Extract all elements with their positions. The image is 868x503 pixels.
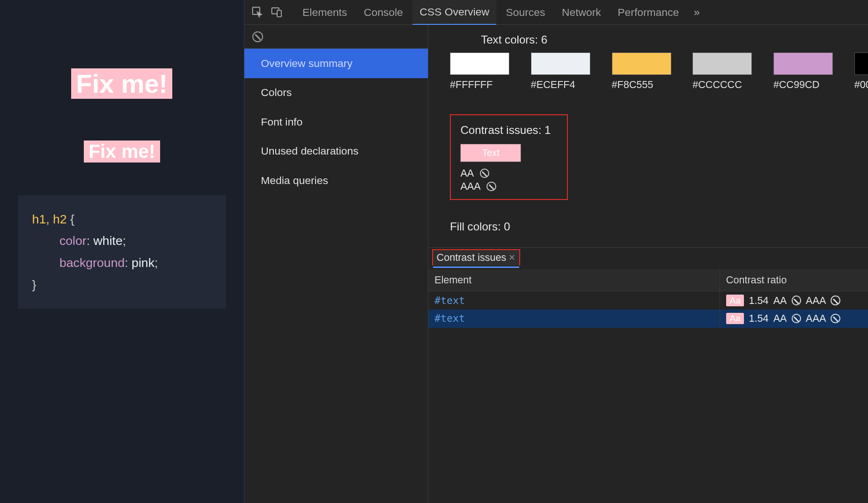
tab-network[interactable]: Network (555, 0, 608, 25)
more-tabs-icon[interactable]: » (689, 4, 706, 21)
clear-overview-icon[interactable] (244, 25, 428, 49)
sidebar-item-colors[interactable]: Colors (244, 78, 428, 108)
fail-icon (792, 296, 801, 305)
page-h1: Fix me! (71, 68, 172, 99)
code-prop-2: background (59, 256, 125, 270)
table-row[interactable]: #text Aa 1.54 AA AAA (428, 310, 868, 328)
contrast-aaa-label: AAA (460, 180, 480, 193)
swatch-5[interactable]: #CC99CD (773, 52, 833, 91)
css-overview-sidebar: Overview summary Colors Font info Unused… (244, 25, 429, 503)
element-link[interactable]: #text (434, 295, 465, 306)
close-tab-icon[interactable]: ✕ (508, 253, 515, 263)
css-overview-content: Text colors: 6 #FFFFFF #ECEFF4 #F8C555 (428, 25, 868, 247)
color-chip: Aa (726, 295, 744, 306)
color-chip: Aa (726, 313, 744, 325)
aaa-label: AAA (806, 295, 826, 307)
aa-label: AA (773, 312, 787, 325)
fail-icon (831, 296, 840, 305)
tab-sources[interactable]: Sources (499, 0, 552, 25)
fail-icon (792, 314, 801, 323)
devtools-pane: Elements Console CSS Overview Sources Ne… (244, 0, 868, 503)
fail-icon (480, 169, 489, 178)
col-element[interactable]: Element (428, 269, 720, 291)
contrast-issues-table: Element Contrast ratio #text Aa 1.54 AA (428, 269, 868, 328)
aaa-label: AAA (806, 312, 826, 325)
swatch-3[interactable]: #F8C555 (612, 52, 671, 91)
contrast-issues-panel: Contrast issues ✕ Element Contrast ratio… (428, 247, 868, 399)
tab-console[interactable]: Console (357, 0, 410, 25)
code-val-2: pink (132, 256, 154, 270)
svg-rect-2 (277, 10, 281, 17)
table-row[interactable]: #text Aa 1.54 AA AAA (428, 291, 868, 310)
tab-performance[interactable]: Performance (611, 0, 686, 25)
swatch-4[interactable]: #CCCCCC (692, 52, 752, 91)
sidebar-item-font-info[interactable]: Font info (244, 107, 428, 137)
swatch-6[interactable]: #000000 (854, 52, 868, 91)
code-selector: h1, h2 (32, 212, 67, 226)
contrast-sample-swatch[interactable]: Text (460, 144, 521, 162)
element-link[interactable]: #text (434, 312, 465, 324)
ratio-value: 1.54 (749, 295, 769, 307)
swatch-2[interactable]: #ECEFF4 (531, 52, 590, 91)
devtools-tabbar: Elements Console CSS Overview Sources Ne… (244, 0, 868, 25)
code-val-1: white (94, 234, 123, 248)
code-prop-1: color (59, 234, 87, 248)
device-toggle-icon[interactable] (268, 4, 285, 21)
aa-label: AA (773, 295, 787, 307)
sidebar-item-overview-summary[interactable]: Overview summary (244, 49, 428, 78)
code-block: h1, h2 { color: white; background: pink;… (18, 195, 226, 309)
tab-elements[interactable]: Elements (295, 0, 354, 25)
bottom-tab-contrast-issues[interactable]: Contrast issues ✕ (432, 249, 520, 266)
contrast-issues-card: Contrast issues: 1 Text AA AAA (450, 114, 567, 200)
ratio-value: 1.54 (749, 312, 769, 325)
swatch-1[interactable]: #FFFFFF (450, 52, 509, 91)
contrast-aa-label: AA (460, 167, 474, 180)
tab-css-overview[interactable]: CSS Overview (412, 0, 496, 25)
rendered-page-pane: Fix me! Fix me! h1, h2 { color: white; b… (0, 0, 244, 503)
text-colors-title: Text colors: 6 (450, 33, 868, 46)
col-contrast-ratio[interactable]: Contrast ratio (720, 269, 868, 291)
inspect-icon[interactable] (249, 4, 266, 21)
fail-icon (486, 182, 496, 191)
page-h2: Fix me! (84, 141, 160, 163)
contrast-issues-title: Contrast issues: 1 (460, 124, 557, 137)
sidebar-item-unused-declarations[interactable]: Unused declarations (244, 137, 428, 166)
sidebar-item-media-queries[interactable]: Media queries (244, 166, 428, 195)
fill-colors-title: Fill colors: 0 (450, 220, 868, 233)
fail-icon (831, 314, 840, 323)
